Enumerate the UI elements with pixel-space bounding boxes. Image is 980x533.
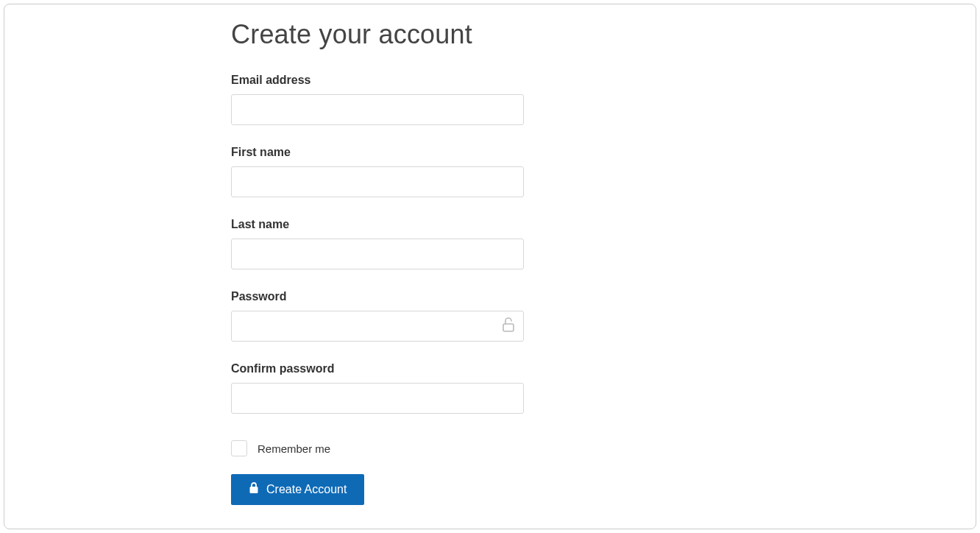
- signup-form: Create your account Email address First …: [231, 19, 599, 505]
- first-name-field-group: First name: [231, 146, 599, 197]
- create-account-button-label: Create Account: [266, 483, 347, 496]
- last-name-label: Last name: [231, 218, 599, 231]
- password-input[interactable]: [231, 311, 524, 342]
- email-label: Email address: [231, 74, 599, 87]
- remember-me-label: Remember me: [258, 442, 330, 455]
- first-name-input[interactable]: [231, 166, 524, 197]
- email-field-group: Email address: [231, 74, 599, 125]
- confirm-password-input[interactable]: [231, 383, 524, 414]
- remember-me-row: Remember me: [231, 440, 599, 456]
- create-account-button[interactable]: Create Account: [231, 474, 364, 505]
- page-title: Create your account: [231, 19, 599, 50]
- last-name-field-group: Last name: [231, 218, 599, 269]
- app-frame: Create your account Email address First …: [4, 4, 976, 529]
- confirm-password-field-group: Confirm password: [231, 362, 599, 414]
- confirm-password-label: Confirm password: [231, 362, 599, 375]
- password-label: Password: [231, 290, 599, 303]
- svg-rect-1: [250, 487, 258, 493]
- lock-icon: [249, 482, 259, 497]
- password-field-group: Password: [231, 290, 599, 342]
- email-input[interactable]: [231, 94, 524, 125]
- remember-me-checkbox[interactable]: [231, 440, 247, 456]
- last-name-input[interactable]: [231, 239, 524, 269]
- password-input-wrap: [231, 311, 524, 342]
- first-name-label: First name: [231, 146, 599, 159]
